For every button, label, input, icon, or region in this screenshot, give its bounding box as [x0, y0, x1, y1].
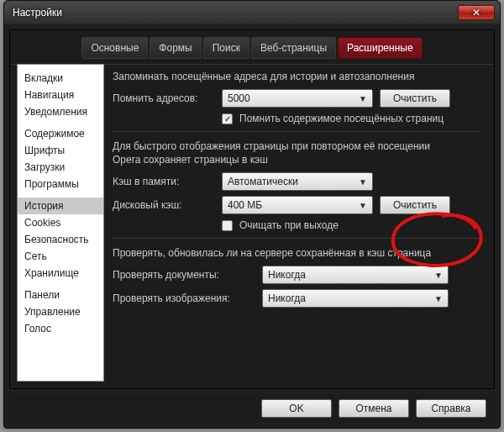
- chevron-down-icon: ▼: [359, 94, 367, 103]
- remember-addresses-value: 5000: [228, 92, 250, 104]
- clear-on-exit-checkbox[interactable]: ✓: [222, 220, 233, 231]
- sidebar-item-cookies[interactable]: Cookies: [18, 214, 103, 231]
- tab-advanced[interactable]: Расширенные: [338, 37, 423, 59]
- check-heading: Проверять, обновилась ли на сервере сохр…: [113, 247, 480, 259]
- sidebar-item-voice[interactable]: Голос: [18, 320, 103, 337]
- check-documents-value: Никогда: [268, 269, 306, 281]
- cancel-button[interactable]: Отмена: [339, 399, 409, 418]
- chevron-down-icon: ▼: [359, 177, 367, 187]
- chevron-down-icon: ▼: [434, 271, 443, 280]
- tab-search[interactable]: Поиск: [203, 37, 249, 59]
- check-images-label: Проверять изображения:: [113, 292, 255, 304]
- sidebar-item-history[interactable]: История: [18, 198, 103, 214]
- cache-heading-b: Opera сохраняет страницы в кэш: [113, 154, 480, 166]
- memory-cache-value: Автоматически: [228, 176, 298, 187]
- sidebar-item-security[interactable]: Безопасность: [18, 231, 103, 248]
- dialog-footer: OK Отмена Справка: [9, 394, 495, 423]
- tab-forms[interactable]: Формы: [150, 37, 201, 59]
- sidebar-item-tabs[interactable]: Вкладки: [18, 70, 103, 87]
- memory-cache-select[interactable]: Автоматически ▼: [222, 172, 373, 191]
- remember-addresses-select[interactable]: 5000 ▼: [222, 89, 373, 108]
- tab-webpages[interactable]: Веб-страницы: [251, 37, 336, 59]
- sidebar-item-programs[interactable]: Программы: [18, 176, 103, 192]
- sidebar-item-content[interactable]: Содержимое: [18, 125, 103, 142]
- chevron-down-icon: ▼: [359, 201, 367, 210]
- remember-content-checkbox[interactable]: ✓: [222, 113, 233, 124]
- close-icon: ✕: [472, 7, 480, 18]
- remember-content-label: Помнить содержимое посещённых страниц: [239, 113, 444, 124]
- settings-window: Настройки ✕ Основные Формы Поиск Веб-стр…: [3, 0, 501, 429]
- cache-heading-a: Для быстрого отображения страницы при по…: [113, 140, 480, 152]
- clear-on-exit-label: Очищать при выходе: [239, 219, 339, 231]
- disk-cache-label: Дисковый кэш:: [113, 199, 215, 211]
- sidebar: Вкладки Навигация Уведомления Содержимое…: [17, 64, 104, 382]
- clear-cache-button[interactable]: Очистить: [380, 196, 450, 214]
- tab-main[interactable]: Основные: [81, 37, 148, 59]
- chevron-down-icon: ▼: [434, 294, 443, 303]
- body: Вкладки Навигация Уведомления Содержимое…: [17, 64, 487, 382]
- memory-cache-label: Кэш в памяти:: [113, 176, 215, 187]
- ok-button[interactable]: OK: [261, 399, 332, 418]
- titlebar: Настройки ✕: [4, 1, 500, 24]
- check-images-value: Никогда: [268, 292, 306, 304]
- check-documents-select[interactable]: Никогда ▼: [262, 266, 449, 284]
- help-button[interactable]: Справка: [416, 399, 486, 418]
- sidebar-item-network[interactable]: Сеть: [18, 248, 103, 265]
- clear-history-button[interactable]: Очистить: [380, 89, 450, 108]
- disk-cache-value: 400 МБ: [228, 199, 262, 211]
- tabstrip: Основные Формы Поиск Веб-страницы Расшир…: [10, 30, 494, 65]
- close-button[interactable]: ✕: [458, 5, 495, 20]
- remember-addresses-label: Помнить адресов:: [113, 92, 215, 104]
- disk-cache-select[interactable]: 400 МБ ▼: [222, 196, 373, 214]
- history-heading-1: Запоминать посещённые адреса для истории…: [113, 71, 480, 82]
- check-documents-label: Проверять документы:: [113, 269, 255, 281]
- window-title: Настройки: [13, 7, 458, 18]
- sidebar-item-panels[interactable]: Панели: [18, 287, 103, 303]
- sidebar-item-downloads[interactable]: Загрузки: [18, 159, 103, 176]
- main-panel: Запоминать посещённые адреса для истории…: [111, 64, 487, 382]
- sidebar-item-management[interactable]: Управление: [18, 303, 103, 320]
- sidebar-item-fonts[interactable]: Шрифты: [18, 142, 103, 159]
- sidebar-item-notifications[interactable]: Уведомления: [18, 103, 103, 120]
- check-images-select[interactable]: Никогда ▼: [262, 289, 449, 308]
- content-area: Основные Формы Поиск Веб-страницы Расшир…: [9, 29, 495, 389]
- sidebar-item-storage[interactable]: Хранилище: [18, 265, 103, 282]
- sidebar-item-navigation[interactable]: Навигация: [18, 87, 103, 103]
